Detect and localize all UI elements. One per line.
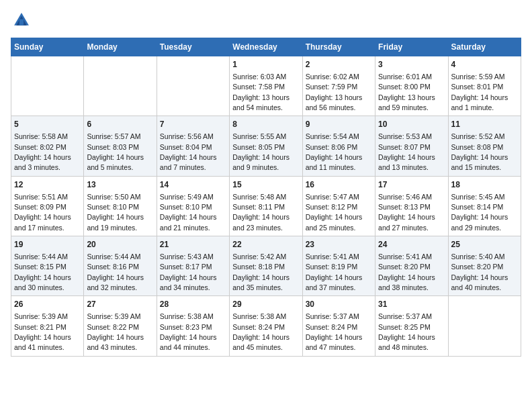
day-number: 24 xyxy=(378,239,445,250)
day-info: Sunrise: 5:52 AM Sunset: 8:08 PM Dayligh… xyxy=(451,132,508,171)
week-row-4: 19Sunrise: 5:44 AM Sunset: 8:15 PM Dayli… xyxy=(11,236,521,296)
header-cell-tuesday: Tuesday xyxy=(157,38,229,56)
day-number: 1 xyxy=(232,59,299,71)
day-info: Sunrise: 5:38 AM Sunset: 8:24 PM Dayligh… xyxy=(232,312,290,351)
day-cell: 2Sunrise: 6:02 AM Sunset: 7:59 PM Daylig… xyxy=(302,56,375,116)
day-cell: 22Sunrise: 5:42 AM Sunset: 8:18 PM Dayli… xyxy=(230,236,302,296)
day-number: 6 xyxy=(87,119,153,130)
day-cell: 29Sunrise: 5:38 AM Sunset: 8:24 PM Dayli… xyxy=(230,296,302,356)
day-number: 31 xyxy=(378,299,445,310)
day-info: Sunrise: 5:50 AM Sunset: 8:10 PM Dayligh… xyxy=(87,193,144,232)
day-info: Sunrise: 5:54 AM Sunset: 8:06 PM Dayligh… xyxy=(306,132,363,171)
day-number: 4 xyxy=(451,59,518,71)
day-cell: 11Sunrise: 5:52 AM Sunset: 8:08 PM Dayli… xyxy=(448,116,521,176)
day-number: 14 xyxy=(160,179,226,191)
day-cell xyxy=(11,56,84,116)
day-number: 23 xyxy=(306,239,372,250)
day-info: Sunrise: 5:55 AM Sunset: 8:05 PM Dayligh… xyxy=(232,132,290,171)
logo-icon xyxy=(12,11,31,30)
day-cell: 12Sunrise: 5:51 AM Sunset: 8:09 PM Dayli… xyxy=(11,176,84,236)
day-info: Sunrise: 5:45 AM Sunset: 8:14 PM Dayligh… xyxy=(451,193,508,232)
day-cell: 18Sunrise: 5:45 AM Sunset: 8:14 PM Dayli… xyxy=(448,176,521,236)
header-cell-sunday: Sunday xyxy=(11,38,84,56)
day-number: 18 xyxy=(451,179,518,191)
day-info: Sunrise: 5:44 AM Sunset: 8:15 PM Dayligh… xyxy=(14,253,71,291)
day-info: Sunrise: 5:41 AM Sunset: 8:20 PM Dayligh… xyxy=(378,253,435,291)
day-info: Sunrise: 5:42 AM Sunset: 8:18 PM Dayligh… xyxy=(232,253,290,291)
day-number: 25 xyxy=(451,239,518,250)
day-number: 15 xyxy=(232,179,299,191)
day-cell: 8Sunrise: 5:55 AM Sunset: 8:05 PM Daylig… xyxy=(230,116,302,176)
day-cell: 10Sunrise: 5:53 AM Sunset: 8:07 PM Dayli… xyxy=(375,116,448,176)
day-cell: 17Sunrise: 5:46 AM Sunset: 8:13 PM Dayli… xyxy=(375,176,448,236)
week-row-5: 26Sunrise: 5:39 AM Sunset: 8:21 PM Dayli… xyxy=(11,296,521,356)
day-number: 19 xyxy=(14,239,81,250)
day-number: 10 xyxy=(378,119,445,130)
day-number: 28 xyxy=(160,299,226,310)
header-row: SundayMondayTuesdayWednesdayThursdayFrid… xyxy=(11,38,521,56)
day-cell xyxy=(84,56,157,116)
day-cell: 20Sunrise: 5:44 AM Sunset: 8:16 PM Dayli… xyxy=(84,236,157,296)
header-cell-monday: Monday xyxy=(84,38,157,56)
day-number: 13 xyxy=(87,179,153,191)
header-cell-thursday: Thursday xyxy=(302,38,375,56)
day-number: 5 xyxy=(14,119,81,130)
day-info: Sunrise: 5:44 AM Sunset: 8:16 PM Dayligh… xyxy=(87,253,144,291)
day-cell: 31Sunrise: 5:37 AM Sunset: 8:25 PM Dayli… xyxy=(375,296,448,356)
day-cell: 9Sunrise: 5:54 AM Sunset: 8:06 PM Daylig… xyxy=(302,116,375,176)
day-number: 29 xyxy=(232,299,299,310)
day-info: Sunrise: 5:38 AM Sunset: 8:23 PM Dayligh… xyxy=(160,312,217,351)
day-cell: 7Sunrise: 5:56 AM Sunset: 8:04 PM Daylig… xyxy=(157,116,229,176)
day-number: 2 xyxy=(306,59,372,71)
day-info: Sunrise: 5:37 AM Sunset: 8:24 PM Dayligh… xyxy=(306,312,363,351)
svg-rect-2 xyxy=(19,19,24,25)
day-cell: 3Sunrise: 6:01 AM Sunset: 8:00 PM Daylig… xyxy=(375,56,448,116)
day-number: 21 xyxy=(160,239,226,250)
week-row-1: 1Sunrise: 6:03 AM Sunset: 7:58 PM Daylig… xyxy=(11,56,521,116)
day-info: Sunrise: 5:47 AM Sunset: 8:12 PM Dayligh… xyxy=(306,193,363,232)
day-info: Sunrise: 5:40 AM Sunset: 8:20 PM Dayligh… xyxy=(451,253,508,291)
day-info: Sunrise: 5:43 AM Sunset: 8:17 PM Dayligh… xyxy=(160,253,217,291)
day-info: Sunrise: 5:48 AM Sunset: 8:11 PM Dayligh… xyxy=(232,193,290,232)
page-container: SundayMondayTuesdayWednesdayThursdayFrid… xyxy=(11,11,521,357)
day-info: Sunrise: 6:03 AM Sunset: 7:58 PM Dayligh… xyxy=(232,73,290,111)
day-cell: 21Sunrise: 5:43 AM Sunset: 8:17 PM Dayli… xyxy=(157,236,229,296)
day-info: Sunrise: 5:37 AM Sunset: 8:25 PM Dayligh… xyxy=(378,312,435,351)
week-row-3: 12Sunrise: 5:51 AM Sunset: 8:09 PM Dayli… xyxy=(11,176,521,236)
day-number: 26 xyxy=(14,299,81,310)
day-info: Sunrise: 5:39 AM Sunset: 8:21 PM Dayligh… xyxy=(14,312,71,351)
day-info: Sunrise: 5:46 AM Sunset: 8:13 PM Dayligh… xyxy=(378,193,435,232)
day-cell: 23Sunrise: 5:41 AM Sunset: 8:19 PM Dayli… xyxy=(302,236,375,296)
day-info: Sunrise: 6:02 AM Sunset: 7:59 PM Dayligh… xyxy=(306,73,363,111)
day-number: 3 xyxy=(378,59,445,71)
header-cell-friday: Friday xyxy=(375,38,448,56)
day-info: Sunrise: 5:53 AM Sunset: 8:07 PM Dayligh… xyxy=(378,132,435,171)
day-info: Sunrise: 5:57 AM Sunset: 8:03 PM Dayligh… xyxy=(87,132,144,171)
day-number: 30 xyxy=(306,299,372,310)
day-info: Sunrise: 5:59 AM Sunset: 8:01 PM Dayligh… xyxy=(451,73,508,111)
day-number: 20 xyxy=(87,239,153,250)
day-info: Sunrise: 5:51 AM Sunset: 8:09 PM Dayligh… xyxy=(14,193,71,232)
day-info: Sunrise: 5:56 AM Sunset: 8:04 PM Dayligh… xyxy=(160,132,217,171)
day-cell: 26Sunrise: 5:39 AM Sunset: 8:21 PM Dayli… xyxy=(11,296,84,356)
day-cell: 25Sunrise: 5:40 AM Sunset: 8:20 PM Dayli… xyxy=(448,236,521,296)
header-cell-saturday: Saturday xyxy=(448,38,521,56)
day-cell xyxy=(157,56,229,116)
day-cell: 19Sunrise: 5:44 AM Sunset: 8:15 PM Dayli… xyxy=(11,236,84,296)
day-cell: 28Sunrise: 5:38 AM Sunset: 8:23 PM Dayli… xyxy=(157,296,229,356)
day-number: 9 xyxy=(306,119,372,130)
day-info: Sunrise: 5:49 AM Sunset: 8:10 PM Dayligh… xyxy=(160,193,217,232)
header xyxy=(11,11,521,30)
day-cell: 6Sunrise: 5:57 AM Sunset: 8:03 PM Daylig… xyxy=(84,116,157,176)
day-cell: 15Sunrise: 5:48 AM Sunset: 8:11 PM Dayli… xyxy=(230,176,302,236)
day-info: Sunrise: 5:58 AM Sunset: 8:02 PM Dayligh… xyxy=(14,132,71,171)
day-number: 7 xyxy=(160,119,226,130)
day-cell: 30Sunrise: 5:37 AM Sunset: 8:24 PM Dayli… xyxy=(302,296,375,356)
day-info: Sunrise: 5:41 AM Sunset: 8:19 PM Dayligh… xyxy=(306,253,363,291)
day-number: 12 xyxy=(14,179,81,191)
day-cell: 24Sunrise: 5:41 AM Sunset: 8:20 PM Dayli… xyxy=(375,236,448,296)
day-number: 27 xyxy=(87,299,153,310)
day-cell: 13Sunrise: 5:50 AM Sunset: 8:10 PM Dayli… xyxy=(84,176,157,236)
calendar-table: SundayMondayTuesdayWednesdayThursdayFrid… xyxy=(11,38,521,357)
day-cell: 5Sunrise: 5:58 AM Sunset: 8:02 PM Daylig… xyxy=(11,116,84,176)
